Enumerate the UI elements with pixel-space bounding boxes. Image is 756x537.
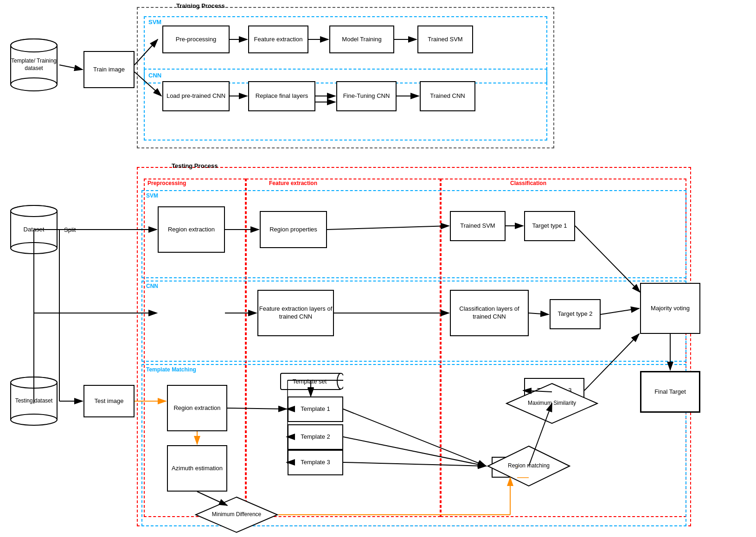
preprocessing-label: Preprocessing bbox=[147, 180, 186, 186]
feature-extraction-cnn-box: Feature extraction layers of trained CNN bbox=[257, 290, 334, 336]
template-set-container: Template set bbox=[278, 369, 343, 394]
final-target-box: Final Target bbox=[640, 371, 700, 413]
test-image-box: Test image bbox=[83, 385, 135, 417]
target-type-1-box: Target type 1 bbox=[524, 211, 575, 241]
model-training-box: Model Training bbox=[329, 26, 394, 53]
region-extraction-svm-box: Region extraction bbox=[158, 206, 225, 253]
template-2-box: Template 2 bbox=[288, 424, 343, 450]
svg-point-5 bbox=[11, 39, 57, 52]
fine-tuning-cnn-box: Fine-Tuning CNN bbox=[336, 81, 397, 111]
maximum-similarity-diamond: Maximum Similarity bbox=[506, 383, 598, 424]
svg-point-11 bbox=[11, 205, 57, 217]
replace-final-layers-box: Replace final layers bbox=[248, 81, 315, 111]
feature-extraction-top-box: Feature extraction bbox=[248, 26, 308, 53]
target-type-2-box: Target type 2 bbox=[550, 299, 601, 329]
testing-process-label: Testing Process bbox=[172, 162, 218, 169]
region-extraction-tm-box: Region extraction bbox=[167, 385, 227, 431]
svg-point-4 bbox=[11, 78, 57, 91]
split-label: Split bbox=[64, 226, 76, 233]
azimuth-estimation-box: Azimuth estimation bbox=[167, 445, 227, 492]
svm-training-label: SVM bbox=[148, 19, 161, 26]
svg-point-16 bbox=[11, 414, 57, 425]
cnn-testing-label: CNN bbox=[146, 283, 158, 289]
minimum-difference-diamond: Minimum Difference bbox=[195, 496, 278, 533]
svg-line-26 bbox=[59, 65, 83, 70]
train-image-box: Train image bbox=[83, 51, 135, 88]
trained-svm-test-box: Trained SVM bbox=[450, 211, 506, 241]
majority-voting-box: Majority voting bbox=[640, 283, 700, 334]
template-matching-label: Template Matching bbox=[146, 366, 196, 373]
cnn-testing-border bbox=[141, 281, 686, 362]
template-1-box: Template 1 bbox=[288, 396, 343, 422]
region-properties-box: Region properties bbox=[260, 211, 327, 248]
template-3-box: Template 3 bbox=[288, 450, 343, 475]
cnn-training-label: CNN bbox=[148, 72, 161, 79]
load-pretrained-cnn-box: Load pre-trained CNN bbox=[162, 81, 230, 111]
svg-point-19 bbox=[337, 373, 343, 389]
template-training-dataset: Template/ Training dataset bbox=[8, 37, 59, 93]
classification-layers-cnn-box: Classification layers of trained CNN bbox=[450, 290, 529, 336]
trained-svm-top-box: Trained SVM bbox=[417, 26, 473, 53]
testing-dataset-cylinder: Testing dataset bbox=[8, 376, 59, 427]
training-process-label: Training Process bbox=[176, 2, 225, 9]
svg-point-10 bbox=[11, 243, 57, 254]
region-matching-diamond: Region matching bbox=[487, 445, 570, 487]
svm-testing-label: SVM bbox=[146, 192, 158, 199]
feature-extraction-label: Feature extraction bbox=[269, 180, 317, 186]
dataset-cylinder: Dataset bbox=[8, 204, 59, 255]
pre-processing-box: Pre-processing bbox=[162, 26, 230, 53]
svg-point-17 bbox=[11, 377, 57, 388]
classification-label: Classification bbox=[510, 180, 546, 186]
trained-cnn-top-box: Trained CNN bbox=[420, 81, 475, 111]
